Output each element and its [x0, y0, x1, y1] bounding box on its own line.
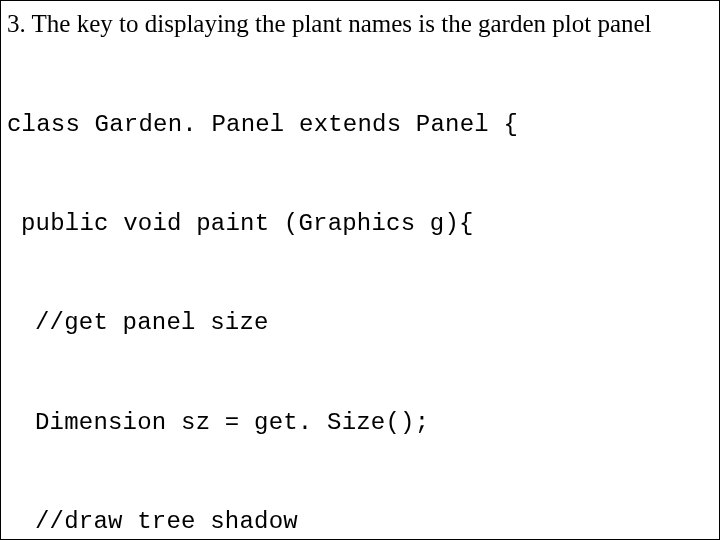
intro-text: 3. The key to displaying the plant names… [7, 7, 711, 42]
code-line: Dimension sz = get. Size(); [7, 406, 711, 439]
code-line: //draw tree shadow [7, 505, 711, 538]
code-block: class Garden. Panel extends Panel { publ… [7, 42, 711, 541]
code-line: class Garden. Panel extends Panel { [7, 108, 711, 141]
code-line: //get panel size [7, 306, 711, 339]
document-page: 3. The key to displaying the plant names… [0, 0, 720, 540]
code-line: public void paint (Graphics g){ [7, 207, 711, 240]
